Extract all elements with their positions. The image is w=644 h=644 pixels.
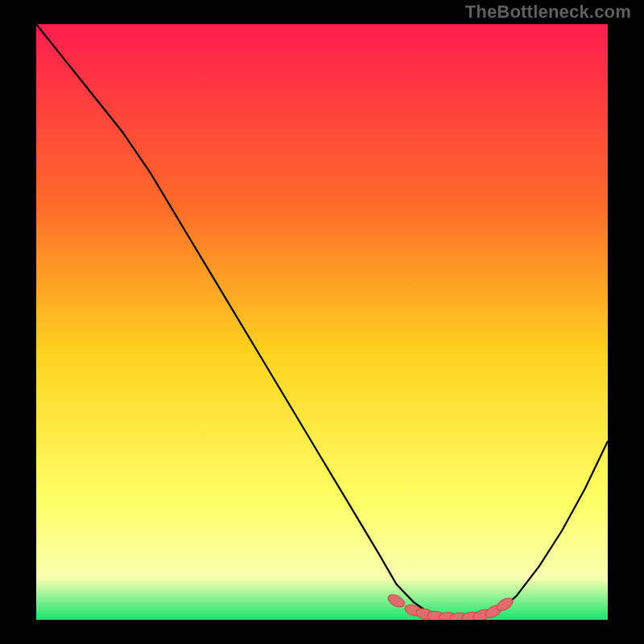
chart-svg: [36, 24, 608, 620]
plot-area: [36, 24, 608, 620]
watermark-text: TheBottleneck.com: [465, 2, 631, 23]
gradient-bg: [36, 24, 608, 620]
chart-frame: TheBottleneck.com: [0, 0, 644, 644]
